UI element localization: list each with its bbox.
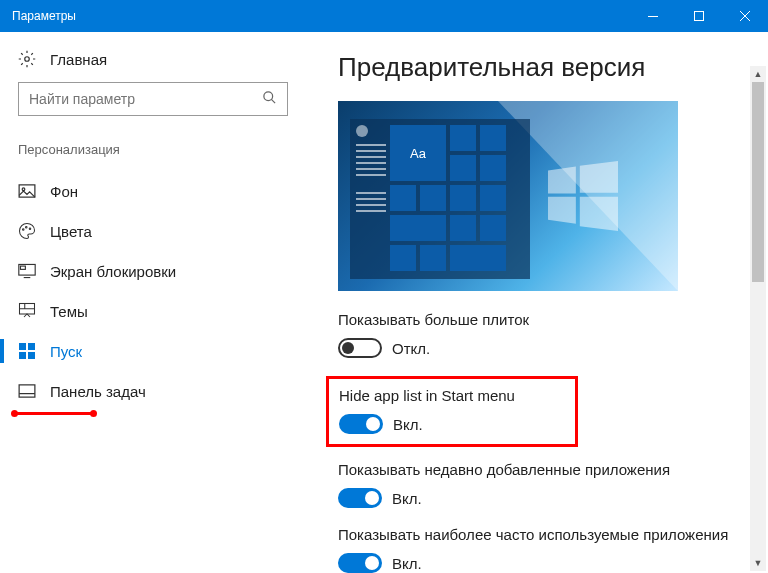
brush-icon (18, 302, 36, 320)
maximize-button[interactable] (676, 0, 722, 32)
window-title: Параметры (12, 9, 630, 23)
close-button[interactable] (722, 0, 768, 32)
search-input[interactable] (29, 91, 262, 107)
sidebar-item-lockscreen[interactable]: Экран блокировки (0, 251, 310, 291)
svg-point-4 (25, 57, 30, 62)
toggle-state: Откл. (392, 340, 430, 357)
setting-label: Показывать больше плиток (338, 311, 740, 328)
sidebar-item-label: Цвета (50, 223, 92, 240)
minimize-button[interactable] (630, 0, 676, 32)
sidebar-item-themes[interactable]: Темы (0, 291, 310, 331)
gear-icon (18, 50, 36, 68)
toggle-state: Вкл. (393, 416, 423, 433)
toggle-most-used-apps[interactable] (338, 553, 382, 573)
palette-icon (18, 222, 36, 240)
home-nav[interactable]: Главная (18, 50, 310, 68)
setting-label: Показывать наиболее часто используемые п… (338, 526, 740, 543)
toggle-hide-app-list[interactable] (339, 414, 383, 434)
sidebar-item-colors[interactable]: Цвета (0, 211, 310, 251)
sidebar-item-label: Темы (50, 303, 88, 320)
start-icon (18, 342, 36, 360)
svg-point-11 (29, 228, 31, 230)
annotation-highlight: Hide app list in Start menu Вкл. (326, 376, 578, 447)
svg-point-9 (23, 229, 25, 231)
search-icon (262, 90, 277, 109)
taskbar-icon (18, 382, 36, 400)
sidebar: Главная Персонализация Фон Цвета Экран б… (0, 32, 310, 573)
picture-icon (18, 182, 36, 200)
setting-hide-app-list: Hide app list in Start menu Вкл. (339, 387, 515, 434)
home-label: Главная (50, 51, 107, 68)
scroll-up-icon[interactable]: ▲ (750, 66, 766, 82)
svg-rect-17 (28, 343, 35, 350)
toggle-state: Вкл. (392, 555, 422, 572)
monitor-icon (18, 262, 36, 280)
setting-label: Показывать недавно добавленные приложени… (338, 461, 740, 478)
page-title: Предварительная версия (338, 52, 740, 83)
svg-point-5 (264, 91, 273, 100)
svg-rect-16 (19, 343, 26, 350)
preview-tile-text: Aa (390, 125, 446, 181)
section-label: Персонализация (18, 142, 310, 157)
scrollbar-thumb[interactable] (752, 82, 764, 282)
setting-label: Hide app list in Start menu (339, 387, 515, 404)
start-menu-mock: Aa (350, 119, 530, 279)
main-panel: Предварительная версия Aa (310, 32, 768, 573)
sidebar-item-label: Экран блокировки (50, 263, 176, 280)
svg-point-10 (26, 227, 28, 229)
sidebar-item-start[interactable]: Пуск (0, 331, 310, 371)
sidebar-item-background[interactable]: Фон (0, 171, 310, 211)
setting-more-tiles: Показывать больше плиток Откл. (338, 311, 740, 358)
windows-logo-icon (548, 161, 618, 235)
titlebar: Параметры (0, 0, 768, 32)
sidebar-item-label: Пуск (50, 343, 82, 360)
scroll-down-icon[interactable]: ▼ (750, 555, 766, 571)
setting-most-used-apps: Показывать наиболее часто используемые п… (338, 526, 740, 573)
sidebar-item-label: Фон (50, 183, 78, 200)
svg-rect-20 (19, 385, 35, 397)
svg-rect-19 (28, 352, 35, 359)
toggle-state: Вкл. (392, 490, 422, 507)
svg-rect-14 (20, 266, 25, 269)
toggle-recent-apps[interactable] (338, 488, 382, 508)
toggle-more-tiles[interactable] (338, 338, 382, 358)
start-preview[interactable]: Aa (338, 101, 678, 291)
setting-recent-apps: Показывать недавно добавленные приложени… (338, 461, 740, 508)
annotation-marker (14, 412, 94, 415)
scrollbar[interactable]: ▲ ▼ (750, 66, 766, 571)
svg-rect-1 (695, 12, 704, 21)
sidebar-item-label: Панель задач (50, 383, 146, 400)
svg-rect-18 (19, 352, 26, 359)
svg-line-6 (271, 99, 275, 103)
search-box[interactable] (18, 82, 288, 116)
sidebar-item-taskbar[interactable]: Панель задач (0, 371, 310, 411)
